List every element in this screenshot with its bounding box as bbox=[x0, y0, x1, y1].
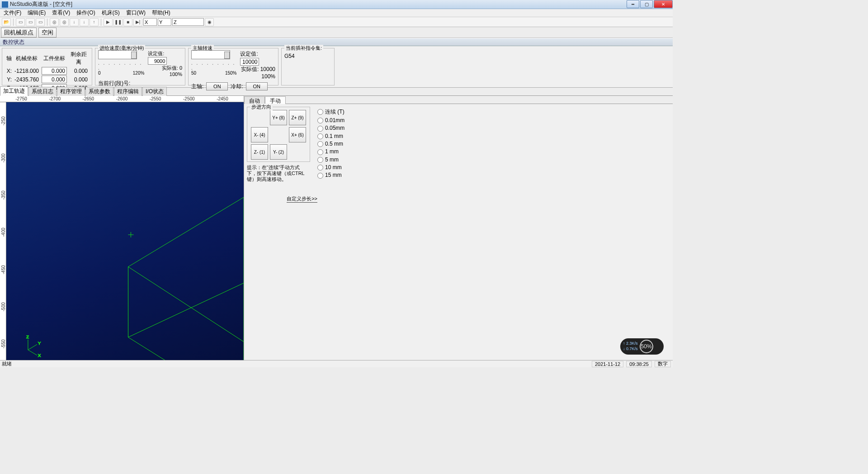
open-icon[interactable]: 📂 bbox=[2, 18, 11, 26]
menu-help[interactable]: 帮助(H) bbox=[150, 9, 172, 17]
spindle-set-val[interactable]: 10000 bbox=[240, 58, 259, 66]
jog-grid: Y+ (8) Z+ (9) X- (4) X+ (6) Z- (1) Y- (2… bbox=[249, 110, 308, 160]
jog-group: 步进方向 Y+ (8) Z+ (9) X- (4) X+ (6) Z- (1) … bbox=[247, 107, 310, 162]
tab-manual[interactable]: 手动 bbox=[265, 96, 286, 104]
svg-line-3 bbox=[28, 345, 37, 350]
tool-btn-8[interactable]: ↑ bbox=[90, 18, 99, 26]
jog-x-plus[interactable]: X+ (6) bbox=[289, 127, 306, 142]
close-button[interactable]: ✕ bbox=[654, 0, 673, 8]
step-5[interactable]: 5 mm bbox=[317, 156, 344, 163]
status-numlock: 数字 bbox=[655, 361, 671, 367]
tab-progmgr[interactable]: 程序管理 bbox=[57, 87, 85, 96]
step-0-05[interactable]: 0.05mm bbox=[317, 125, 344, 131]
tool-btn-2[interactable]: ▭ bbox=[26, 18, 35, 26]
maximize-button[interactable]: ▢ bbox=[640, 0, 653, 8]
tab-trajectory[interactable]: 加工轨迹 bbox=[0, 86, 28, 96]
feed-line-label: 当前行(段)号: bbox=[98, 80, 182, 87]
viewport: -2750 -2700 -2650 -2600 -2550 -2500 -245… bbox=[0, 96, 244, 363]
tool-btn-5[interactable]: ◎ bbox=[60, 18, 69, 26]
tool-btn-3[interactable]: ▭ bbox=[36, 18, 45, 26]
tab-auto[interactable]: 自动 bbox=[244, 96, 265, 104]
instrset-title: 当前插补指令集: bbox=[284, 45, 323, 52]
jog-z-minus[interactable]: Z- (1) bbox=[251, 144, 268, 160]
canvas-3d[interactable]: Z Y X bbox=[6, 102, 244, 363]
coord-z-input[interactable]: Z bbox=[172, 18, 204, 26]
coord-y-input[interactable]: Y bbox=[158, 18, 171, 26]
tool-btn-6[interactable]: ↓ bbox=[70, 18, 79, 26]
status-date: 2021-11-12 bbox=[592, 361, 623, 367]
menu-operate[interactable]: 操作(O) bbox=[75, 9, 97, 17]
step-10[interactable]: 10 mm bbox=[317, 164, 344, 171]
spindle-act-label: 实际值: bbox=[241, 66, 259, 72]
x-mach: -1218.000 bbox=[13, 66, 40, 75]
x-work[interactable]: 0.000 bbox=[42, 67, 67, 75]
spindle-group: 主轴转速 . . . . . . . . . . 50 150% 设定值: 10… bbox=[188, 48, 278, 85]
idle-button[interactable]: 空闲 bbox=[38, 28, 57, 38]
net-down: 0.7K/s bbox=[626, 346, 638, 351]
mode-bar: 回机械原点 空闲 bbox=[0, 27, 673, 38]
menu-view[interactable]: 查看(V) bbox=[50, 9, 72, 17]
jog-x-minus[interactable]: X- (4) bbox=[251, 127, 268, 142]
y-mach: -2435.760 bbox=[13, 75, 40, 84]
jog-z-plus[interactable]: Z+ (9) bbox=[289, 110, 306, 125]
tool-btn-1[interactable]: ▭ bbox=[16, 18, 25, 26]
menu-machine[interactable]: 机床(S) bbox=[100, 9, 122, 17]
tab-syslog[interactable]: 系统日志 bbox=[28, 87, 57, 96]
status-body: 轴 机械坐标 工件坐标 剩余距离 X: -1218.000 0.000 0.00… bbox=[0, 46, 673, 88]
jog-y-plus[interactable]: Y+ (8) bbox=[270, 110, 287, 125]
axis-head: 轴 bbox=[5, 50, 13, 66]
tool-btn-4[interactable]: ◎ bbox=[50, 18, 59, 26]
step-icon[interactable]: ▶| bbox=[133, 18, 142, 26]
feed-scale-hi: 120% bbox=[133, 71, 145, 76]
tool-btn-7[interactable]: ↓ bbox=[80, 18, 89, 26]
jog-hint: 提示：在“连续”手动方式下，按下高速键（或CTRL键）则高速移动。 bbox=[247, 165, 305, 183]
pause-icon[interactable]: ❚❚ bbox=[113, 18, 123, 26]
tab-iostatus[interactable]: I/O状态 bbox=[142, 87, 167, 96]
menu-edit[interactable]: 编辑(E) bbox=[26, 9, 47, 17]
instrset-value: G54 bbox=[284, 53, 331, 59]
step-0-1[interactable]: 0.1 mm bbox=[317, 133, 344, 139]
title-bar: NcStudio高速版 - [空文件] ━ ▢ ✕ bbox=[0, 0, 673, 9]
spindle-on-button[interactable]: ON bbox=[206, 82, 228, 90]
window-title: NcStudio高速版 - [空文件] bbox=[10, 0, 626, 8]
tab-progedit[interactable]: 程序编辑 bbox=[114, 87, 142, 96]
app-icon bbox=[2, 1, 8, 8]
tab-sysparam[interactable]: 系统参数 bbox=[85, 87, 113, 96]
step-continuous[interactable]: 连续 (T) bbox=[317, 108, 344, 116]
feed-scale-lo: 0 bbox=[98, 71, 101, 76]
menu-window[interactable]: 窗口(W) bbox=[124, 9, 147, 17]
y-work[interactable]: 0.000 bbox=[42, 76, 67, 83]
spindle-scale-lo: 50 bbox=[191, 71, 196, 76]
y-rem: 0.000 bbox=[68, 75, 89, 84]
custom-step-link[interactable]: 自定义步长>> bbox=[247, 195, 317, 203]
spindle-act-val: 10000 bbox=[260, 66, 275, 72]
minimize-button[interactable]: ━ bbox=[627, 0, 639, 8]
network-widget[interactable]: ↑ 2.3K/s ↓ 0.7K/s 50% bbox=[620, 338, 664, 355]
step-0-5[interactable]: 0.5 mm bbox=[317, 141, 344, 147]
step-15[interactable]: 15 mm bbox=[317, 172, 344, 178]
feed-set-val[interactable]: 9000 bbox=[148, 57, 167, 65]
window-buttons: ━ ▢ ✕ bbox=[626, 0, 673, 9]
cool-on-button[interactable]: ON bbox=[246, 82, 268, 90]
spindle-slider[interactable] bbox=[191, 50, 230, 59]
svg-line-4 bbox=[28, 350, 37, 356]
axis-x-label: X bbox=[38, 353, 41, 358]
home-button[interactable]: 回机械原点 bbox=[1, 28, 37, 38]
step-1[interactable]: 1 mm bbox=[317, 148, 344, 155]
jog-y-minus[interactable]: Y- (2) bbox=[270, 144, 287, 160]
right-panel: 自动 手动 步进方向 Y+ (8) Z+ (9) X- (4) X+ (6) Z… bbox=[244, 96, 673, 363]
menu-file[interactable]: 文件(F) bbox=[2, 9, 23, 17]
stop-icon[interactable]: ■ bbox=[123, 18, 132, 26]
menu-bar: 文件(F) 编辑(E) 查看(V) 操作(O) 机床(S) 窗口(W) 帮助(H… bbox=[0, 9, 673, 17]
axis-z-label: Z bbox=[26, 334, 29, 339]
coord-x-input[interactable]: X bbox=[143, 18, 157, 26]
mach-head: 机械坐标 bbox=[13, 50, 40, 66]
instrset-group: 当前插补指令集: G54 bbox=[281, 48, 335, 85]
feed-pct: 100% bbox=[170, 71, 182, 77]
play-icon[interactable]: ▶ bbox=[104, 18, 113, 26]
tool-btn-coord[interactable]: ◉ bbox=[205, 18, 214, 26]
feed-slider[interactable] bbox=[98, 50, 137, 59]
content-area: -2750 -2700 -2650 -2600 -2550 -2500 -245… bbox=[0, 96, 673, 363]
step-0-01[interactable]: 0.01mm bbox=[317, 117, 344, 123]
viewport-tabs: 加工轨迹 系统日志 程序管理 系统参数 程序编辑 I/O状态 bbox=[0, 88, 673, 96]
